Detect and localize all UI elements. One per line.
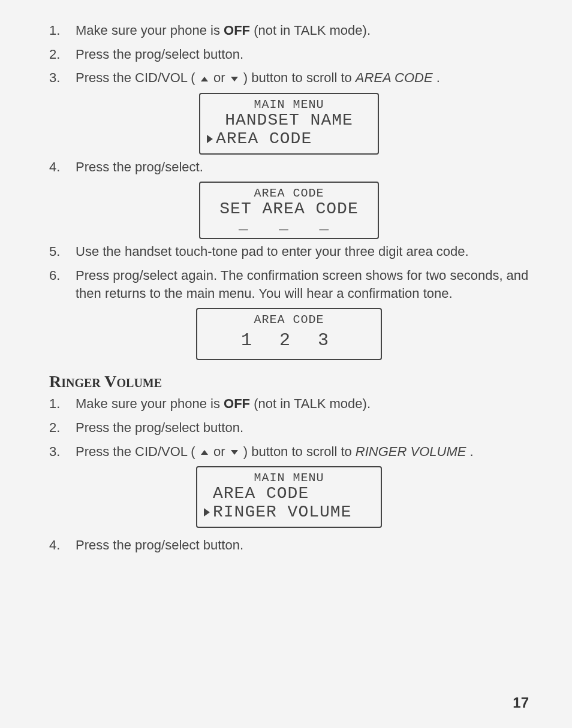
page-number: 17 xyxy=(513,694,529,711)
up-arrow-icon xyxy=(200,75,209,83)
step-text: Press the prog/select button. xyxy=(76,419,529,437)
pointer-right-icon xyxy=(203,508,210,517)
up-arrow-icon xyxy=(200,449,209,456)
area-code-steps-1: 1. Make sure your phone is OFF (not in T… xyxy=(49,22,529,87)
step-number: 5. xyxy=(49,243,76,261)
step-number: 4. xyxy=(49,158,76,176)
ringer-volume-steps: 1. Make sure your phone is OFF (not in T… xyxy=(49,395,529,460)
svg-marker-3 xyxy=(201,450,208,455)
svg-marker-0 xyxy=(201,77,208,81)
step-number: 1. xyxy=(49,22,76,40)
step-number: 3. xyxy=(49,443,76,461)
svg-marker-1 xyxy=(231,77,238,81)
step-text: Press the CID/VOL ( or ) button to scrol… xyxy=(76,443,529,461)
lcd-title: MAIN MENU xyxy=(206,98,372,111)
lcd-digits: 1 2 3 xyxy=(203,330,375,351)
step-2: 2. Press the prog/select button. xyxy=(49,46,529,64)
step-4: 4. Press the prog/select. xyxy=(49,158,529,176)
step-1: 1. Make sure your phone is OFF (not in T… xyxy=(49,22,529,40)
step-5: 5. Use the handset touch-tone pad to ent… xyxy=(49,243,529,261)
lcd-selected-line: RINGER VOLUME xyxy=(203,503,375,522)
down-arrow-icon xyxy=(230,449,239,456)
lcd-set-area-code: AREA CODE SET AREA CODE _ _ _ xyxy=(199,182,379,239)
step-number: 2. xyxy=(49,419,76,437)
step-number: 2. xyxy=(49,46,76,64)
step-number: 1. xyxy=(49,395,76,413)
lcd-title: AREA CODE xyxy=(206,186,372,200)
step-text: Press prog/select again. The confirmatio… xyxy=(76,267,529,302)
step-3: 3. Press the CID/VOL ( or ) button to sc… xyxy=(49,69,529,87)
section-heading-ringer-volume: Ringer Volume xyxy=(49,372,529,391)
pointer-right-icon xyxy=(206,134,213,144)
rv-step-3: 3. Press the CID/VOL ( or ) button to sc… xyxy=(49,443,529,461)
rv-step-2: 2. Press the prog/select button. xyxy=(49,419,529,437)
rv-step-4: 4. Press the prog/select button. xyxy=(49,536,529,554)
svg-marker-4 xyxy=(231,450,238,455)
rv-step-1: 1. Make sure your phone is OFF (not in T… xyxy=(49,395,529,413)
step-text: Press the prog/select. xyxy=(76,158,529,176)
manual-page: 1. Make sure your phone is OFF (not in T… xyxy=(0,0,572,728)
step-6: 6. Press prog/select again. The confirma… xyxy=(49,267,529,302)
svg-marker-2 xyxy=(207,135,213,143)
step-text: Press the prog/select button. xyxy=(76,46,529,64)
step-text: Make sure your phone is OFF (not in TALK… xyxy=(76,395,529,413)
lcd-title: MAIN MENU xyxy=(203,471,375,485)
lcd-main-menu-ringer: MAIN MENU AREA CODE RINGER VOLUME xyxy=(196,466,382,528)
step-text: Use the handset touch-tone pad to enter … xyxy=(76,243,529,261)
step-text: Press the prog/select button. xyxy=(76,536,529,554)
step-text: Press the CID/VOL ( or ) button to scrol… xyxy=(76,69,529,87)
area-code-steps-2: 5. Use the handset touch-tone pad to ent… xyxy=(49,243,529,302)
lcd-main-menu-area-code: MAIN MENU HANDSET NAME AREA CODE xyxy=(199,93,379,155)
step-number: 4. xyxy=(49,536,76,554)
lcd-line: AREA CODE xyxy=(203,485,375,503)
step-text: Make sure your phone is OFF (not in TALK… xyxy=(76,22,529,40)
lcd-line: HANDSET NAME xyxy=(206,111,372,130)
step-number: 3. xyxy=(49,69,76,87)
step-number: 6. xyxy=(49,267,76,285)
area-code-step-4: 4. Press the prog/select. xyxy=(49,158,529,176)
lcd-area-code-confirm: AREA CODE 1 2 3 xyxy=(196,308,382,360)
lcd-selected-line: AREA CODE xyxy=(206,130,372,149)
svg-marker-5 xyxy=(204,508,210,516)
ringer-volume-step-4: 4. Press the prog/select button. xyxy=(49,536,529,554)
lcd-title: AREA CODE xyxy=(203,313,375,327)
down-arrow-icon xyxy=(230,75,239,83)
